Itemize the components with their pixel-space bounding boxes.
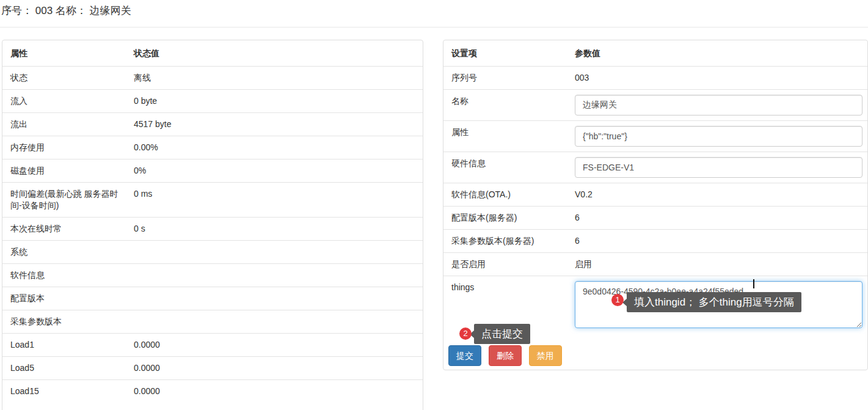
table-row: 本次在线时常 0 s — [2, 218, 423, 241]
table-row: 内存使用 0.00% — [2, 136, 423, 159]
row-label: 流出 — [2, 113, 129, 136]
serial-number-value: 003 — [570, 67, 867, 90]
hardware-info-input[interactable] — [575, 157, 863, 178]
row-value: 0% — [129, 159, 423, 183]
row-label: 系统 — [2, 241, 129, 264]
row-value: 4517 byte — [129, 113, 423, 136]
table-row: 采集参数版本(服务器) 6 — [443, 230, 867, 253]
row-value: 0 byte — [129, 90, 423, 113]
row-label: 配置版本(服务器) — [443, 207, 570, 230]
row-label: 是否启用 — [443, 253, 570, 276]
row-label: 软件信息(OTA.) — [443, 183, 570, 207]
settings-table-header-row: 设置项 参数值 — [443, 40, 867, 67]
row-value: 0.0000 — [129, 334, 423, 357]
row-label: 名称 — [443, 90, 570, 121]
row-label: 状态 — [2, 67, 129, 90]
annotation-tooltip-2: 点击提交 — [474, 324, 530, 344]
table-row: 配置版本 — [2, 287, 423, 310]
row-value: 0.0000 — [129, 357, 423, 380]
disable-button[interactable]: 禁用 — [529, 345, 562, 366]
row-value — [129, 287, 423, 310]
config-version-value: 6 — [570, 207, 867, 230]
table-row: 流出 4517 byte — [2, 113, 423, 136]
row-label: 硬件信息 — [443, 152, 570, 183]
row-value: 0 s — [129, 218, 423, 241]
row-value: 离线 — [129, 67, 423, 90]
settings-header-value: 参数值 — [570, 40, 867, 67]
table-row: 软件信息 — [2, 264, 423, 287]
content: 属性 状态值 状态 离线 流入 0 byte 流出 4517 byte — [0, 40, 868, 410]
settings-header-item: 设置项 — [443, 40, 570, 67]
annotation-badge-1: 1 — [611, 294, 624, 306]
table-row: Load1 0.0000 — [2, 334, 423, 357]
annotation-badge-2: 2 — [459, 328, 472, 340]
table-row: 磁盘使用 0% — [2, 159, 423, 183]
text-caret — [753, 279, 754, 288]
row-label: 配置版本 — [2, 287, 129, 310]
status-panel: 属性 状态值 状态 离线 流入 0 byte 流出 4517 byte — [2, 40, 423, 410]
row-value — [129, 241, 423, 264]
row-label: 采集参数版本(服务器) — [443, 230, 570, 253]
table-row: 序列号 003 — [443, 67, 867, 90]
table-row: 属性 — [443, 121, 867, 152]
page-title: 序号： 003 名称： 边缘网关 — [1, 4, 868, 18]
row-value — [129, 264, 423, 287]
enabled-value: 启用 — [570, 253, 867, 276]
table-row: 配置版本(服务器) 6 — [443, 207, 867, 230]
row-label: 软件信息 — [2, 264, 129, 287]
status-header-value: 状态值 — [129, 40, 423, 67]
row-label: Load1 — [2, 334, 129, 357]
row-label: 本次在线时常 — [2, 218, 129, 241]
row-label: 序列号 — [443, 67, 570, 90]
table-row: 软件信息(OTA.) V0.2 — [443, 183, 867, 207]
settings-table: 设置项 参数值 序列号 003 名称 属性 — [443, 40, 867, 333]
table-row: 流入 0 byte — [2, 90, 423, 113]
table-row: 系统 — [2, 241, 423, 264]
page-header: 序号： 003 名称： 边缘网关 — [0, 0, 868, 18]
row-label: 采集参数版本 — [2, 310, 129, 334]
annotation-tooltip-1: 填入thingid； 多个thing用逗号分隔 — [627, 292, 801, 312]
row-label: 内存使用 — [2, 136, 129, 159]
row-value — [129, 310, 423, 334]
row-label: 流入 — [2, 90, 129, 113]
table-row: 状态 离线 — [2, 67, 423, 90]
delete-button[interactable]: 删除 — [489, 345, 522, 366]
header-divider — [0, 27, 868, 27]
attributes-input[interactable] — [575, 126, 863, 147]
row-value: 0 ms — [129, 183, 423, 218]
actions: 提交 删除 禁用 — [448, 345, 867, 366]
table-row: 硬件信息 — [443, 152, 867, 183]
settings-panel: 设置项 参数值 序列号 003 名称 属性 — [443, 40, 868, 370]
table-row: 是否启用 启用 — [443, 253, 867, 276]
submit-button[interactable]: 提交 — [448, 345, 481, 366]
name-input[interactable] — [575, 95, 863, 115]
row-label: Load5 — [2, 357, 129, 380]
row-label: Load15 — [2, 380, 129, 403]
row-label: 属性 — [443, 121, 570, 152]
software-info-value: V0.2 — [570, 183, 867, 207]
row-value: 0.0000 — [129, 380, 423, 403]
status-header-attribute: 属性 — [2, 40, 129, 67]
status-table: 属性 状态值 状态 离线 流入 0 byte 流出 4517 byte — [2, 40, 423, 403]
row-label: 磁盘使用 — [2, 159, 129, 183]
table-row: Load5 0.0000 — [2, 357, 423, 380]
table-row: 采集参数版本 — [2, 310, 423, 334]
collect-params-version-value: 6 — [570, 230, 867, 253]
status-table-header-row: 属性 状态值 — [2, 40, 423, 67]
table-row: 名称 — [443, 90, 867, 121]
table-row: 时间偏差(最新心跳 服务器时间-设备时间) 0 ms — [2, 183, 423, 218]
table-row: Load15 0.0000 — [2, 380, 423, 403]
row-label: 时间偏差(最新心跳 服务器时间-设备时间) — [2, 183, 129, 218]
row-value: 0.00% — [129, 136, 423, 159]
